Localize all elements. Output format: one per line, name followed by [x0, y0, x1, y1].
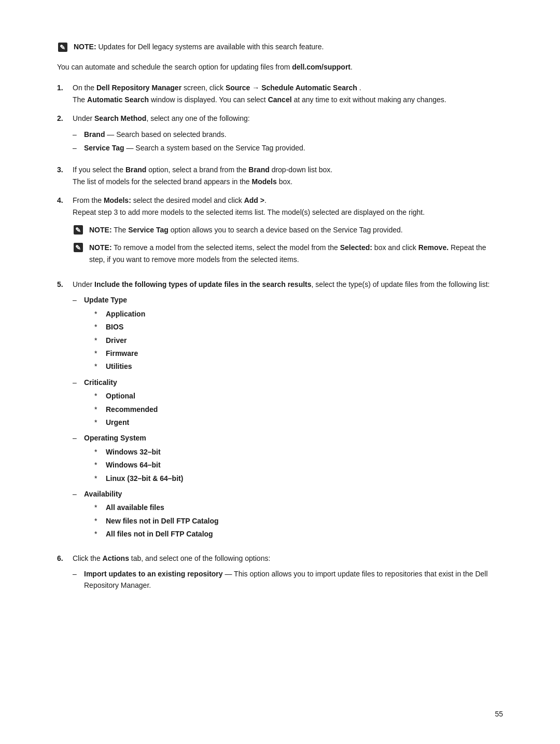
availability-stars: *All available files *New files not in D… [94, 502, 219, 540]
step-4-num: 4. [57, 195, 66, 271]
availability-group: Availability *All available files *New f… [84, 488, 219, 542]
svg-text:✎: ✎ [75, 226, 81, 234]
star13: * [94, 515, 102, 527]
step-1-content: On the Dell Repository Manager screen, c… [73, 82, 503, 105]
all-available-label: All available files [106, 502, 164, 513]
win32-label: Windows 32–bit [106, 446, 161, 458]
star8: * [94, 417, 102, 428]
dash-service-tag: – Service Tag — Search a system based on… [73, 142, 503, 154]
star7: * [94, 404, 102, 415]
star-linux: *Linux (32–bit & 64–bit) [94, 473, 183, 484]
recommended-label: Recommended [106, 404, 158, 415]
star5: * [94, 361, 102, 372]
driver-label: Driver [106, 335, 127, 346]
step-5-dash-list: – Update Type *Application *BIOS *Driver… [73, 294, 503, 542]
s3-sub-bold: Models [252, 177, 277, 186]
star-utilities: *Utilities [94, 361, 145, 372]
step-6-dash-list: – Import updates to an existing reposito… [73, 568, 503, 591]
step-5-content: Under Include the following types of upd… [73, 279, 503, 545]
app-label: Application [106, 308, 145, 320]
os-label: Operating System [84, 434, 146, 442]
dash-os-dash: – [73, 432, 80, 486]
bios-label: BIOS [106, 321, 123, 333]
step-4-text: From the Models: select the desired mode… [73, 196, 267, 204]
new-files-label: New files not in Dell FTP Catalog [106, 515, 219, 527]
note4b-label: NOTE: [89, 243, 112, 252]
star-driver: *Driver [94, 335, 145, 346]
dash2: – [73, 142, 80, 154]
s1-sub-bold2: Cancel [268, 95, 292, 104]
step-3-sub: The list of models for the selected bran… [73, 177, 292, 186]
star12: * [94, 502, 102, 513]
step-2-dash-list: – Brand — Search based on selected brand… [73, 129, 503, 154]
star9: * [94, 446, 102, 458]
star1: * [94, 308, 102, 320]
note-top-block: ✎ NOTE: Updates for Dell legacy systems … [57, 42, 503, 53]
note4a-bold1: Service Tag [128, 226, 169, 234]
star-firmware: *Firmware [94, 348, 145, 359]
step-6-text: Click the Actions tab, and select one of… [73, 554, 270, 562]
dash-ut: – [73, 294, 80, 374]
svg-text:✎: ✎ [75, 244, 81, 252]
step-2-num: 2. [57, 113, 66, 157]
dash-import: – Import updates to an existing reposito… [73, 568, 503, 591]
note-top-label: NOTE: [74, 43, 96, 51]
s3-bold2: Brand [248, 166, 269, 174]
availability-label: Availability [84, 490, 122, 498]
note-icon-top: ✎ [57, 42, 68, 53]
step-6-num: 6. [57, 553, 66, 595]
step-4-note-1: ✎ NOTE: The Service Tag option allows yo… [73, 224, 503, 236]
note-top-text: NOTE: Updates for Dell legacy systems ar… [74, 42, 324, 52]
star-all-files: *All files not in Dell FTP Catalog [94, 528, 219, 540]
dash-cr: – [73, 377, 80, 431]
star-win32: *Windows 32–bit [94, 446, 183, 458]
step-1-text: On the Dell Repository Manager screen, c… [73, 84, 361, 92]
step-3-num: 3. [57, 164, 66, 187]
star11: * [94, 473, 102, 484]
update-type-stars: *Application *BIOS *Driver *Firmware *Ut… [94, 308, 145, 373]
step-3: 3. If you select the Brand option, selec… [57, 164, 503, 187]
s4-bold1: Models: [104, 196, 131, 204]
step-3-text: If you select the Brand option, select a… [73, 166, 332, 174]
note-icon-4b: ✎ [73, 242, 84, 253]
step-4-sub: Repeat step 3 to add more models to the … [73, 208, 425, 216]
star6: * [94, 390, 102, 402]
star-urgent: *Urgent [94, 417, 158, 428]
dash-os: – Operating System *Windows 32–bit *Wind… [73, 432, 503, 486]
star-application: *Application [94, 308, 145, 320]
update-type-group: Update Type *Application *BIOS *Driver *… [84, 294, 145, 374]
intro-text: You can automate and schedule the search… [57, 63, 292, 71]
note4b-bold1: Selected: [340, 243, 372, 252]
criticality-label: Criticality [84, 378, 117, 387]
import-bold: Import updates to an existing repository [84, 570, 223, 578]
star-all-available: *All available files [94, 502, 219, 513]
step-4-note-2: ✎ NOTE: To remove a model from the selec… [73, 242, 503, 265]
dash-import-text: Import updates to an existing repository… [84, 568, 503, 591]
dash-av: – [73, 488, 80, 542]
intro-bold: dell.com/support [292, 63, 351, 71]
linux-label: Linux (32–bit & 64–bit) [106, 473, 183, 484]
os-group: Operating System *Windows 32–bit *Window… [84, 432, 183, 486]
optional-label: Optional [106, 390, 135, 402]
s6-bold1: Actions [103, 554, 129, 562]
step-4-content: From the Models: select the desired mode… [73, 195, 503, 271]
star2: * [94, 321, 102, 333]
dash-criticality: – Criticality *Optional *Recommended *Ur… [73, 377, 503, 431]
s2-bold1: Search Method [94, 114, 146, 122]
update-type-label: Update Type [84, 296, 127, 304]
dash1: – [73, 129, 80, 140]
star-optional: *Optional [94, 390, 158, 402]
step-5: 5. Under Include the following types of … [57, 279, 503, 545]
step-5-num: 5. [57, 279, 66, 545]
s5-bold1: Include the following types of update fi… [94, 280, 312, 288]
dash-brand: – Brand — Search based on selected brand… [73, 129, 503, 140]
page-container: ✎ NOTE: Updates for Dell legacy systems … [0, 0, 560, 744]
dash-im: – [73, 568, 80, 591]
step-5-text: Under Include the following types of upd… [73, 280, 490, 288]
criticality-stars: *Optional *Recommended *Urgent [94, 390, 158, 428]
s4-bold2: Add > [244, 196, 264, 204]
star14: * [94, 528, 102, 540]
step-6: 6. Click the Actions tab, and select one… [57, 553, 503, 595]
s1-bold1: Dell Repository Manager [96, 84, 181, 92]
s1-bold3: Schedule Automatic Search [261, 84, 357, 92]
